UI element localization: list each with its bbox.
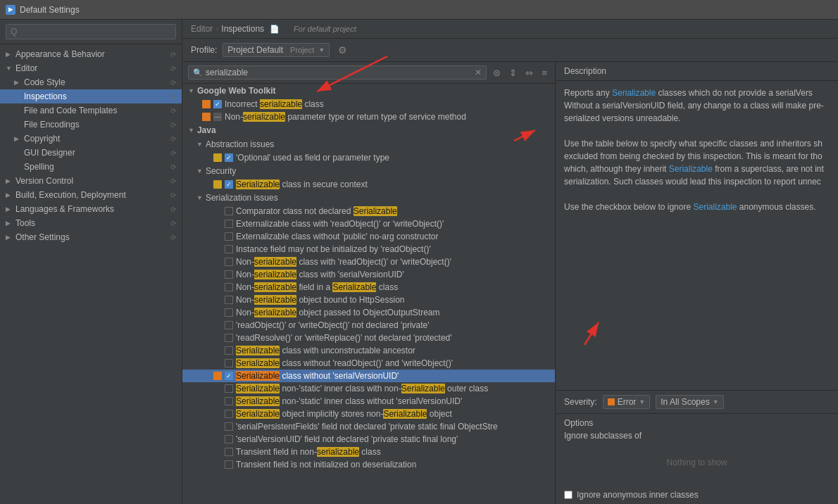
item-checkbox[interactable]: ✓ bbox=[225, 372, 233, 380]
sidebar-item-copyright[interactable]: ▶ Copyright ⟳ bbox=[0, 132, 182, 146]
subgroup-abstraction[interactable]: ▼ Abstraction issues bbox=[182, 137, 555, 151]
subgroup-serialization[interactable]: ▼ Serialization issues bbox=[182, 191, 555, 205]
collapse-all-button[interactable]: ⇔ bbox=[523, 66, 535, 80]
sidebar-search-input[interactable] bbox=[6, 24, 176, 39]
spacer bbox=[213, 346, 222, 355]
profile-select[interactable]: Project Default Project ▼ bbox=[223, 43, 330, 57]
list-item[interactable]: 'readObject()' or 'writeObject()' not de… bbox=[182, 319, 555, 332]
subgroup-security[interactable]: ▼ Security bbox=[182, 164, 555, 178]
breadcrumb-file-icon: 📄 bbox=[270, 25, 280, 34]
item-checkbox[interactable] bbox=[225, 448, 233, 456]
sidebar-item-appearance[interactable]: ▶ Appearance & Behavior ⟳ bbox=[0, 47, 182, 61]
item-text: Non-serializable object bound to HttpSes… bbox=[236, 295, 549, 305]
group-java[interactable]: ▼ Java bbox=[182, 123, 555, 137]
sidebar-item-vcs[interactable]: ▶ Version Control ⟳ bbox=[0, 174, 182, 188]
expand-all-button[interactable]: ⇕ bbox=[507, 66, 519, 80]
list-item[interactable]: Serializable non-'static' inner class wi… bbox=[182, 395, 555, 408]
item-checkbox[interactable] bbox=[225, 207, 233, 215]
list-item[interactable]: Non-serializable object bound to HttpSes… bbox=[182, 294, 555, 306]
spacer bbox=[213, 220, 222, 228]
sidebar-item-other[interactable]: ▶ Other Settings ⟳ bbox=[0, 230, 182, 244]
item-checkbox[interactable] bbox=[225, 258, 233, 266]
sidebar-search-area[interactable] bbox=[0, 20, 182, 44]
sidebar-item-encodings[interactable]: File Encodings ⟳ bbox=[0, 118, 182, 132]
list-item[interactable]: 'readResolve()' or 'writeReplace()' not … bbox=[182, 332, 555, 344]
item-checkbox[interactable] bbox=[225, 346, 233, 355]
list-item[interactable]: ✓ Incorrect serializable class bbox=[182, 98, 555, 111]
sidebar-item-spelling[interactable]: Spelling ⟳ bbox=[0, 160, 182, 174]
list-item[interactable]: — Non-serializable parameter type or ret… bbox=[182, 111, 555, 123]
item-checkbox[interactable]: ✓ bbox=[225, 180, 233, 189]
sidebar-item-gui-designer[interactable]: GUI Designer ⟳ bbox=[0, 146, 182, 160]
list-item[interactable]: Non-serializable field in a Serializable… bbox=[182, 281, 555, 294]
sidebar-item-label: Inspections bbox=[24, 92, 67, 101]
sidebar-item-editor[interactable]: ▼ Editor ⟳ bbox=[0, 61, 182, 75]
profile-scope: Project bbox=[290, 46, 314, 54]
search-input[interactable] bbox=[206, 68, 472, 77]
item-text: Serializable non-'static' inner class wi… bbox=[236, 384, 549, 393]
sync-icon: ⟳ bbox=[170, 107, 176, 115]
severity-select[interactable]: Error ▼ bbox=[603, 395, 651, 409]
list-item[interactable]: Instance field may not be initialized by… bbox=[182, 243, 555, 256]
ignore-anonymous-checkbox[interactable] bbox=[564, 491, 573, 499]
sidebar-item-build[interactable]: ▶ Build, Execution, Deployment ⟳ bbox=[0, 188, 182, 202]
list-item[interactable]: Non-serializable class with 'readObject(… bbox=[182, 256, 555, 268]
list-item[interactable]: Transient field in non-serializable clas… bbox=[182, 446, 555, 458]
item-checkbox[interactable] bbox=[225, 270, 233, 279]
clear-search-button[interactable]: ✕ bbox=[475, 68, 482, 77]
sidebar-item-tools[interactable]: ▶ Tools ⟳ bbox=[0, 216, 182, 230]
highlight: Serializable bbox=[236, 371, 280, 381]
scope-select[interactable]: In All Scopes ▼ bbox=[656, 395, 723, 409]
item-checkbox[interactable] bbox=[225, 435, 233, 443]
item-checkbox[interactable]: ✓ bbox=[213, 100, 222, 108]
filter-button[interactable]: ⊜ bbox=[491, 66, 503, 80]
settings-button[interactable]: ≡ bbox=[539, 66, 549, 80]
item-text: Serializable class without 'serialVersio… bbox=[236, 371, 549, 381]
profile-label: Profile: bbox=[191, 45, 217, 55]
item-text: Non-serializable parameter type or retur… bbox=[225, 112, 549, 122]
item-checkbox[interactable] bbox=[225, 283, 233, 291]
list-item-selected[interactable]: ✓ Serializable class without 'serialVers… bbox=[182, 370, 555, 382]
list-item[interactable]: ✓ 'Optional' used as field or parameter … bbox=[182, 151, 555, 164]
item-checkbox[interactable] bbox=[225, 321, 233, 329]
list-item[interactable]: Serializable non-'static' inner class wi… bbox=[182, 382, 555, 395]
item-checkbox[interactable] bbox=[225, 232, 233, 241]
list-item[interactable]: Serializable class without 'readObject()… bbox=[182, 357, 555, 370]
item-checkbox[interactable] bbox=[225, 359, 233, 367]
sidebar-item-inspections[interactable]: Inspections ⟳ bbox=[0, 89, 182, 103]
breadcrumb-editor: Editor bbox=[191, 24, 213, 34]
item-checkbox[interactable] bbox=[225, 334, 233, 342]
list-item[interactable]: ✓ Serializable class in secure context bbox=[182, 178, 555, 191]
list-item[interactable]: Non-serializable class with 'serialVersi… bbox=[182, 268, 555, 281]
item-checkbox[interactable] bbox=[225, 422, 233, 431]
list-item[interactable]: 'serialVersionUID' field not declared 'p… bbox=[182, 433, 555, 446]
item-checkbox[interactable] bbox=[225, 410, 233, 418]
list-item[interactable]: Externalizable class without 'public' no… bbox=[182, 230, 555, 243]
item-checkbox[interactable] bbox=[225, 384, 233, 393]
sidebar-item-languages[interactable]: ▶ Languages & Frameworks ⟳ bbox=[0, 202, 182, 216]
list-item[interactable]: Serializable object implicitly stores no… bbox=[182, 408, 555, 420]
gear-button[interactable]: ⚙ bbox=[335, 43, 350, 57]
list-item[interactable]: Externalizable class with 'readObject()'… bbox=[182, 218, 555, 230]
list-item[interactable]: Serializable class with unconstructable … bbox=[182, 344, 555, 357]
list-item[interactable]: Non-serializable object passed to Object… bbox=[182, 306, 555, 319]
sidebar-item-code-style[interactable]: ▶ Code Style ⟳ bbox=[0, 75, 182, 89]
item-checkbox[interactable] bbox=[225, 460, 233, 469]
item-checkbox[interactable]: ✓ bbox=[225, 153, 233, 162]
item-checkbox[interactable] bbox=[225, 220, 233, 228]
item-checkbox[interactable]: — bbox=[213, 113, 222, 121]
list-item[interactable]: Comparator class not declared Serializab… bbox=[182, 205, 555, 218]
ignore-anonymous-row[interactable]: Ignore anonymous inner classes bbox=[556, 486, 838, 504]
spacer bbox=[213, 232, 222, 241]
list-item[interactable]: 'serialPersistentFields' field not decla… bbox=[182, 420, 555, 433]
item-checkbox[interactable] bbox=[225, 245, 233, 253]
item-checkbox[interactable] bbox=[225, 397, 233, 405]
search-box[interactable]: 🔍 ✕ bbox=[188, 65, 487, 80]
sidebar-item-templates[interactable]: File and Code Templates ⟳ bbox=[0, 103, 182, 118]
list-item[interactable]: Transient field is not initialized on de… bbox=[182, 458, 555, 471]
group-gwt[interactable]: ▼ Google Web Toolkit bbox=[182, 84, 555, 98]
item-text: Non-serializable object passed to Object… bbox=[236, 308, 549, 317]
item-checkbox[interactable] bbox=[225, 308, 233, 317]
profile-bar: Profile: Project Default Project ▼ ⚙ bbox=[182, 39, 838, 62]
item-checkbox[interactable] bbox=[225, 296, 233, 304]
